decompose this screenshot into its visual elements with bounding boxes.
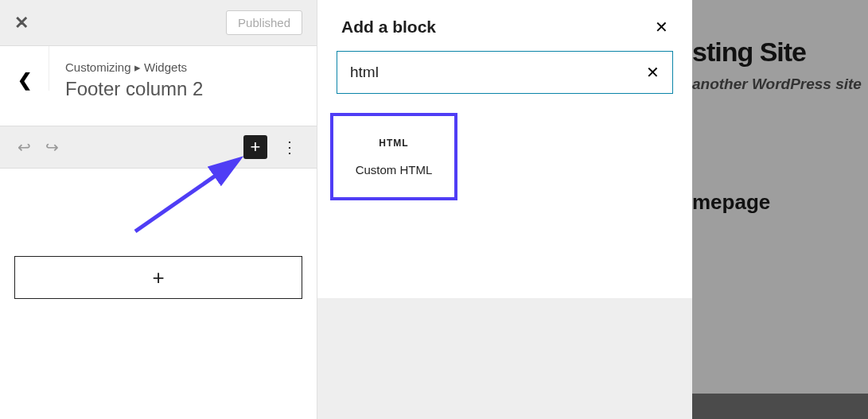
- inserter-header: Add a block ✕: [317, 0, 692, 51]
- add-block-placeholder[interactable]: +: [14, 256, 302, 299]
- breadcrumb: Customizing ▸ Widgets: [65, 60, 301, 75]
- page-title: Footer column 2: [65, 78, 301, 100]
- clear-icon[interactable]: ✕: [646, 63, 660, 82]
- customizer-topbar: ✕ Published: [0, 0, 317, 46]
- search-wrap: ✕: [317, 51, 692, 94]
- search-box: ✕: [337, 51, 673, 94]
- breadcrumb-body: Customizing ▸ Widgets Footer column 2: [49, 46, 317, 116]
- chevron-left-icon[interactable]: ❮: [18, 70, 32, 91]
- breadcrumb-parent: Widgets: [144, 60, 187, 74]
- editor-toolbar: ↩ ↪ + ⋮: [0, 126, 317, 169]
- redo-icon[interactable]: ↪: [45, 138, 59, 157]
- preview-footer-strip: [692, 394, 868, 419]
- breadcrumb-root: Customizing: [65, 60, 131, 74]
- publish-button[interactable]: Published: [226, 10, 302, 35]
- widget-area: +: [0, 169, 317, 299]
- site-preview-overlay: sting Site another WordPress site mepage: [692, 0, 868, 419]
- more-options-icon[interactable]: ⋮: [280, 138, 299, 157]
- site-title-fragment: sting Site: [692, 37, 868, 68]
- close-icon[interactable]: ✕: [14, 13, 29, 33]
- breadcrumb-sep-icon: ▸: [134, 60, 141, 74]
- block-option-custom-html[interactable]: HTML Custom HTML: [330, 113, 457, 200]
- search-input[interactable]: [350, 64, 646, 81]
- customizer-sidebar: ✕ Published ❮ Customizing ▸ Widgets Foot…: [0, 0, 317, 419]
- preview-link-fragment: mepage: [692, 190, 868, 215]
- preview-content: sting Site another WordPress site mepage: [692, 0, 868, 215]
- block-option-label: Custom HTML: [356, 163, 433, 177]
- close-icon[interactable]: ✕: [655, 17, 668, 37]
- site-tagline-fragment: another WordPress site: [692, 76, 868, 93]
- breadcrumb-row: ❮ Customizing ▸ Widgets Footer column 2: [0, 46, 317, 126]
- block-results: HTML Custom HTML: [317, 94, 692, 219]
- block-inserter-panel: Add a block ✕ ✕ HTML Custom HTML: [317, 0, 692, 419]
- undo-icon[interactable]: ↩: [18, 138, 31, 157]
- inserter-footer: [317, 298, 692, 419]
- add-block-button[interactable]: +: [243, 135, 267, 159]
- back-cell: ❮: [0, 46, 49, 91]
- inserter-title: Add a block: [341, 17, 436, 37]
- html-icon: HTML: [379, 138, 408, 149]
